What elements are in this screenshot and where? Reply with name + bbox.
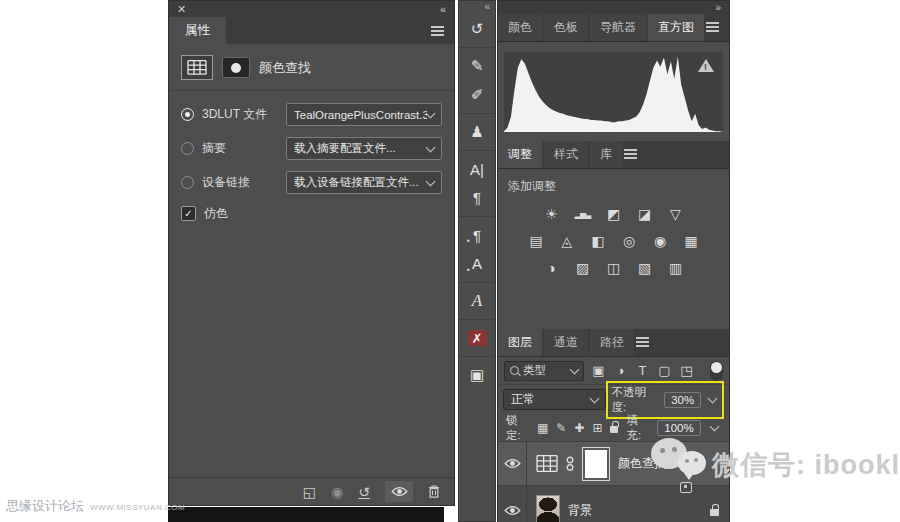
option-dropdown[interactable]: 载入设备链接配置文件...	[286, 171, 442, 194]
lock-paint-icon[interactable]: ✎	[556, 421, 566, 435]
extension-icon[interactable]: ✗	[459, 319, 495, 352]
libraries-icon[interactable]: ▣	[459, 356, 495, 389]
background-layer-thumbnail[interactable]	[536, 495, 560, 522]
close-icon[interactable]: ✕	[177, 3, 186, 16]
option-dropdown[interactable]: 载入摘要配置文件...	[286, 137, 442, 160]
vibrance-icon[interactable]: ▽	[666, 205, 686, 223]
color-lookup-thumbnail-icon[interactable]	[536, 455, 558, 472]
clone-source-icon[interactable]: ♟	[459, 113, 495, 146]
black-white-icon[interactable]: ◧	[588, 232, 608, 250]
adjustments-group-tabbar: 调整样式库	[498, 141, 729, 169]
fill-dropdown-button[interactable]	[709, 425, 721, 430]
option-label: 摘要	[202, 140, 286, 157]
delete-icon[interactable]	[428, 485, 440, 498]
layer-mask-thumbnail[interactable]	[582, 447, 610, 481]
history-icon[interactable]: ↺	[459, 14, 495, 43]
lock-artboard-icon[interactable]: ⊞	[592, 421, 602, 435]
selective-color-icon[interactable]: ▥	[666, 259, 686, 277]
filter-shape-icon[interactable]: ▢	[655, 363, 674, 378]
filter-type-icon[interactable]: T	[633, 363, 652, 378]
layer-name[interactable]: 颜色查找 1	[618, 455, 676, 472]
background-locked-icon	[710, 509, 719, 516]
threshold-icon[interactable]: ◫	[604, 259, 624, 277]
exposure-icon[interactable]: ◪	[635, 205, 655, 223]
adjustments-section: 添加调整 ☀▂▅▃◩◪▽▤◬◧◎◉▦◑▨◫▧▥	[498, 169, 729, 277]
blend-mode-dropdown[interactable]: 正常	[503, 389, 606, 410]
color-balance-icon[interactable]: ◬	[557, 232, 577, 250]
panel-tab[interactable]: 图层	[498, 329, 542, 356]
panel-menu-icon[interactable]	[706, 26, 719, 28]
histogram-plot: !	[504, 52, 723, 132]
option-radio[interactable]	[181, 108, 194, 121]
clip-to-layer-icon[interactable]: ◱	[303, 484, 316, 500]
panel-menu-icon[interactable]	[431, 30, 444, 32]
reset-icon[interactable]: ↺	[358, 484, 370, 500]
brush-settings-icon[interactable]: ✎	[459, 47, 495, 80]
fill-value[interactable]: 100%	[657, 420, 700, 436]
panel-tab[interactable]: 通道	[544, 329, 588, 356]
paragraph-panel-icon[interactable]: ¶	[459, 183, 495, 212]
opacity-value[interactable]: 30%	[664, 392, 701, 408]
lock-position-icon[interactable]: ✚	[574, 421, 584, 435]
dropdown-value: 载入摘要配置文件...	[294, 141, 396, 156]
curves-icon[interactable]: ◩	[604, 205, 624, 223]
filter-kind-dropdown[interactable]: 类型	[504, 361, 584, 381]
panel-tab[interactable]: 调整	[498, 141, 542, 168]
character-panel-icon[interactable]: A|	[459, 150, 495, 183]
invert-icon[interactable]: ◑	[542, 259, 562, 277]
chevron-down-icon	[570, 365, 580, 375]
panel-menu-icon[interactable]	[624, 153, 637, 155]
brushes-icon[interactable]: ✐	[459, 80, 495, 109]
uncached-refresh-warning-icon[interactable]: !	[698, 59, 714, 72]
panel-tab[interactable]: 样式	[544, 141, 588, 168]
panel-tab[interactable]: 导航器	[590, 14, 646, 41]
panel-tab[interactable]: 直方图	[648, 14, 704, 41]
filter-toggle-switch[interactable]	[710, 361, 723, 381]
layer-row-background[interactable]: 背景	[498, 486, 729, 522]
option-radio[interactable]	[181, 176, 194, 189]
layer-visibility-eye-icon[interactable]	[498, 442, 527, 485]
collapse-panel-icon[interactable]: «	[440, 3, 446, 15]
layer-mask-icon[interactable]	[222, 57, 250, 78]
layer-name[interactable]: 背景	[568, 502, 592, 519]
option-radio[interactable]	[181, 142, 194, 155]
panel-tab[interactable]: 路径	[590, 329, 634, 356]
lock-all-icon[interactable]	[610, 426, 618, 433]
filter-adjustment-icon[interactable]: ◑	[611, 363, 630, 378]
levels-icon[interactable]: ▂▅▃	[573, 205, 593, 223]
panel-tab[interactable]: 色板	[544, 14, 588, 41]
filter-image-icon[interactable]: ▣	[589, 363, 608, 378]
expand-dock-icon[interactable]: »	[715, 2, 721, 13]
panel-tab[interactable]: 颜色	[498, 14, 542, 41]
panel-menu-icon[interactable]	[636, 341, 649, 343]
collapse-dock-icon[interactable]: «	[484, 1, 490, 12]
lock-transparency-icon[interactable]: ▦	[537, 421, 548, 435]
hue-saturation-icon[interactable]: ▤	[526, 232, 546, 250]
layer-visibility-eye-icon[interactable]	[498, 486, 527, 522]
visibility-eye-icon[interactable]	[385, 481, 413, 502]
gradient-map-icon[interactable]: ▧	[635, 259, 655, 277]
color-lookup-grid-icon[interactable]	[181, 55, 213, 80]
mask-link-icon[interactable]	[566, 456, 574, 472]
brightness-contrast-icon[interactable]: ☀	[542, 205, 562, 223]
dither-checkbox[interactable]: ✓	[181, 206, 196, 221]
character-styles-icon[interactable]: A▪	[459, 249, 495, 278]
option-dropdown[interactable]: TealOrangePlusContrast.3DL	[286, 103, 442, 126]
view-previous-state-icon[interactable]: ◉	[331, 484, 343, 500]
paragraph-styles-icon[interactable]: ¶▪	[459, 216, 495, 249]
posterize-icon[interactable]: ▨	[573, 259, 593, 277]
option-label: 设备链接	[202, 174, 286, 191]
layer-row-color-lookup[interactable]: 颜色查找 1	[498, 442, 729, 486]
channel-mixer-icon[interactable]: ◉	[650, 232, 670, 250]
panel-tab[interactable]: 库	[590, 141, 622, 168]
glyphs-panel-icon[interactable]: A	[459, 282, 495, 315]
properties-panel-header: ✕ «	[169, 1, 454, 17]
photo-filter-icon[interactable]: ◎	[619, 232, 639, 250]
dither-row: ✓仿色	[181, 205, 442, 222]
properties-footer: ◱ ◉ ↺	[169, 477, 454, 505]
filter-smart-object-icon[interactable]: ◳	[677, 363, 696, 378]
tab-properties[interactable]: 属性	[169, 17, 226, 44]
option-label: 3DLUT 文件	[202, 106, 286, 123]
color-lookup-icon[interactable]: ▦	[681, 232, 701, 250]
opacity-dropdown-button[interactable]	[705, 397, 719, 402]
